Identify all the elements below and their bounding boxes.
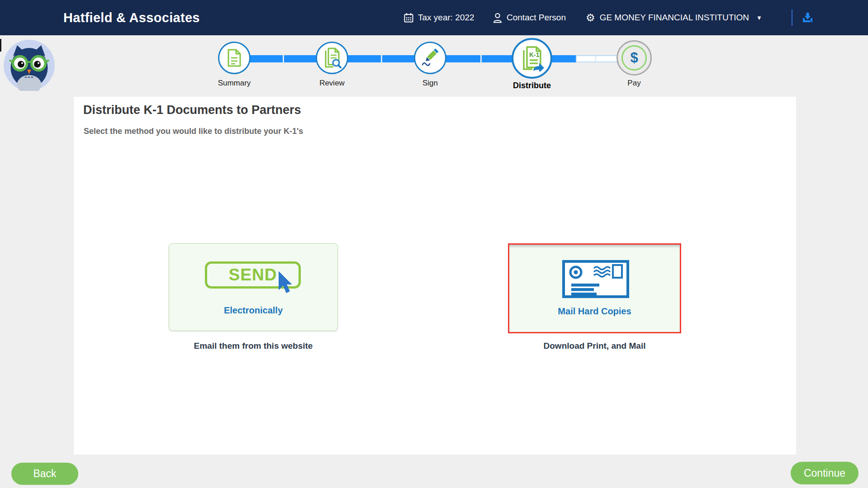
step-label-summary: Summary (203, 79, 266, 88)
step-pay[interactable]: $ (617, 40, 652, 76)
download-icon (802, 12, 814, 24)
caption-electronic: Email them from this website (169, 341, 338, 351)
app-window: Hatfield & Associates Tax year: 2022 Con… (0, 0, 868, 488)
contact-person-menu[interactable]: Contact Person (493, 0, 566, 35)
back-button[interactable]: Back (11, 463, 78, 485)
tax-year-label: Tax year: 2022 (418, 13, 474, 23)
contact-person-label: Contact Person (507, 13, 566, 23)
caption-mail: Download Print, and Mail (508, 341, 681, 351)
text-cursor-artifact (0, 39, 1, 52)
page-title: Distribute K-1 Documents to Partners (83, 103, 301, 117)
top-navbar: Hatfield & Associates Tax year: 2022 Con… (0, 0, 868, 35)
continue-button[interactable]: Continue (791, 462, 859, 484)
page-subtitle: Select the method you would like to dist… (84, 127, 303, 136)
signature-pen-icon (420, 48, 440, 67)
step-distribute-active[interactable]: K-1 (512, 38, 552, 79)
dollar-icon: $ (630, 50, 638, 66)
step-label-pay: Pay (602, 79, 666, 88)
progress-segment-divider (283, 55, 284, 62)
institution-label: GE MONEY FINANCIAL INSTITUTION (600, 13, 749, 23)
person-icon (493, 13, 502, 23)
tax-year-menu[interactable]: Tax year: 2022 (404, 0, 474, 35)
brand-title: Hatfield & Associates (63, 0, 200, 35)
documents-magnifier-icon (323, 47, 342, 68)
progress-segment-divider (480, 55, 482, 62)
send-cursor-icon (278, 271, 296, 297)
chevron-down-icon: ▼ (756, 15, 762, 21)
institution-dropdown[interactable]: ⚙ GE MONEY FINANCIAL INSTITUTION ▼ (586, 0, 762, 35)
download-button[interactable] (801, 11, 814, 24)
envelope-icon (562, 260, 629, 298)
document-icon (226, 48, 242, 67)
option-label-electronically: Electronically (169, 305, 337, 316)
content-panel: Distribute K-1 Documents to Partners Sel… (74, 97, 796, 455)
send-label: SEND (229, 265, 277, 284)
owl-mascot-logo (4, 40, 55, 91)
option-label-mail-hard-copies: Mail Hard Copies (509, 306, 680, 317)
k1-share-icon: K-1 (520, 45, 544, 71)
pay-ring: $ (621, 45, 647, 71)
progress-segment-divider (595, 56, 596, 62)
step-label-distribute: Distribute (500, 81, 564, 90)
k1-badge: K-1 (529, 51, 540, 58)
header-divider (792, 9, 792, 26)
step-summary[interactable] (218, 42, 251, 74)
gear-icon: ⚙ (586, 13, 595, 23)
progress-segment-divider (381, 55, 382, 62)
option-send-electronically[interactable]: SEND Electronically (169, 243, 338, 331)
step-label-sign: Sign (398, 79, 462, 88)
step-label-review: Review (300, 79, 364, 88)
calendar-icon (404, 13, 413, 23)
step-sign[interactable] (414, 42, 446, 74)
option-mail-hard-copies-selected[interactable]: Mail Hard Copies (508, 243, 681, 333)
step-review[interactable] (316, 42, 348, 74)
